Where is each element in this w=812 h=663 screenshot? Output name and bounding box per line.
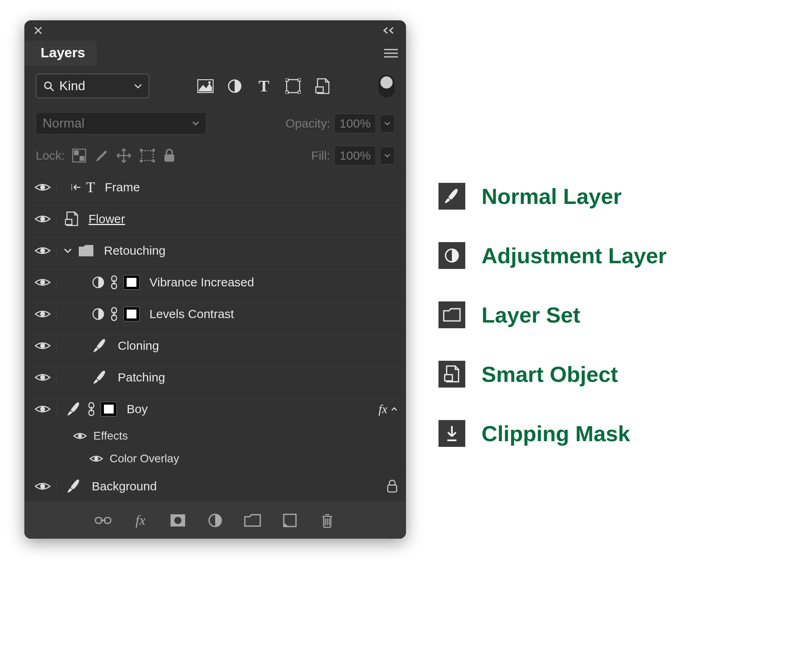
opacity-caret[interactable] <box>380 115 395 132</box>
legend-label: Clipping Mask <box>482 421 630 446</box>
visibility-toggle[interactable] <box>32 182 57 193</box>
layer-style-icon[interactable]: fx <box>132 512 149 529</box>
layer-list: T Frame Flower <box>24 171 406 502</box>
adjustment-icon <box>92 276 105 289</box>
chevron-down-icon <box>192 121 199 126</box>
lock-position-icon[interactable] <box>116 148 132 163</box>
legend-row-adjustment: Adjustment Layer <box>438 242 667 269</box>
opacity-group: Opacity: 100% <box>285 114 395 133</box>
svg-point-29 <box>40 407 45 412</box>
visibility-toggle[interactable] <box>89 454 103 464</box>
visibility-toggle[interactable] <box>32 245 57 256</box>
svg-rect-13 <box>142 151 153 160</box>
fill-group: Fill: 100% <box>311 146 395 165</box>
lock-all-icon[interactable] <box>163 149 175 162</box>
visibility-toggle[interactable] <box>32 372 57 383</box>
fill-field[interactable]: 100% <box>334 146 376 165</box>
filter-kind-text: Kind <box>59 78 85 93</box>
layer-row-flower[interactable]: Flower <box>24 203 406 234</box>
delete-layer-icon[interactable] <box>319 512 336 529</box>
folder-icon <box>78 244 94 257</box>
filter-toggle[interactable] <box>378 75 395 98</box>
filter-type-icon[interactable]: T <box>256 78 272 94</box>
visibility-toggle[interactable] <box>32 308 57 320</box>
lock-pixels-icon[interactable] <box>94 149 108 162</box>
filter-shape-icon[interactable] <box>285 78 301 94</box>
layer-row-boy[interactable]: Boy fx <box>24 393 406 425</box>
brush-icon <box>438 183 465 210</box>
visibility-toggle[interactable] <box>32 403 57 415</box>
brush-icon <box>66 401 82 417</box>
layers-panel: Layers Kind <box>24 20 406 539</box>
legend: Normal Layer Adjustment Layer Layer Set … <box>438 20 667 447</box>
search-icon <box>43 80 54 92</box>
brush-icon <box>66 478 82 494</box>
link-icon <box>110 275 118 290</box>
effects-row[interactable]: Effects <box>24 425 406 447</box>
opacity-field[interactable]: 100% <box>334 114 376 133</box>
layer-row-retouching[interactable]: Retouching <box>24 234 406 266</box>
lock-transparent-icon[interactable] <box>72 149 86 162</box>
lock-label: Lock: <box>36 149 65 162</box>
layer-row-background[interactable]: Background <box>24 470 406 502</box>
filter-type-icons: T <box>158 78 370 94</box>
visibility-toggle[interactable] <box>32 481 57 492</box>
filter-pixel-icon[interactable] <box>197 78 214 94</box>
svg-point-15 <box>40 185 45 190</box>
panel-menu-icon[interactable] <box>384 48 398 58</box>
smart-object-icon <box>65 211 79 227</box>
chevron-down-icon[interactable] <box>63 247 72 254</box>
link-icon <box>110 307 118 321</box>
layer-row-patching[interactable]: Patching <box>24 361 406 393</box>
fx-indicator[interactable]: fx <box>378 402 398 416</box>
type-layer-icon: T <box>86 179 95 196</box>
toggle-knob <box>380 76 393 89</box>
add-mask-icon[interactable] <box>169 512 186 529</box>
effect-color-overlay-row[interactable]: Color Overlay <box>24 447 406 470</box>
smart-object-icon <box>438 361 465 388</box>
layer-name: Levels Contrast <box>149 307 234 321</box>
visibility-toggle[interactable] <box>32 277 57 288</box>
layer-name: Flower <box>89 212 125 226</box>
svg-point-34 <box>40 484 45 489</box>
visibility-toggle[interactable] <box>32 340 57 351</box>
svg-point-32 <box>78 434 82 438</box>
svg-point-16 <box>40 217 45 221</box>
layer-mask-thumb[interactable] <box>123 307 140 321</box>
adjustment-layer-icon[interactable] <box>207 512 224 529</box>
fill-caret[interactable] <box>380 147 395 165</box>
legend-row-layerset: Layer Set <box>438 301 667 328</box>
svg-rect-8 <box>298 91 301 94</box>
svg-point-2 <box>208 81 211 84</box>
filter-kind-dropdown[interactable]: Kind <box>36 74 149 98</box>
brush-icon <box>92 369 108 386</box>
clipping-mask-icon <box>438 420 465 447</box>
collapse-icon[interactable] <box>383 27 397 34</box>
svg-rect-17 <box>65 219 72 225</box>
new-layer-icon[interactable] <box>281 512 298 529</box>
legend-row-normal: Normal Layer <box>438 183 667 210</box>
layer-mask-thumb[interactable] <box>123 275 140 290</box>
clipping-mask-icon <box>71 182 80 193</box>
chevron-down-icon <box>134 83 142 89</box>
filter-adjustment-icon[interactable] <box>227 78 243 94</box>
blend-mode-text: Normal <box>43 116 84 131</box>
new-group-icon[interactable] <box>244 512 261 529</box>
opacity-label: Opacity: <box>285 117 330 130</box>
layer-mask-thumb[interactable] <box>101 402 117 416</box>
panel-title-bar <box>24 20 406 41</box>
visibility-toggle[interactable] <box>32 213 57 225</box>
layer-row-vibrance[interactable]: Vibrance Increased <box>24 266 406 298</box>
tab-layers[interactable]: Layers <box>24 41 97 65</box>
visibility-toggle[interactable] <box>73 431 87 441</box>
lock-fill-row: Lock: Fill: 100% <box>24 140 406 171</box>
layer-row-frame[interactable]: T Frame <box>24 171 406 203</box>
link-layers-icon[interactable] <box>95 512 112 529</box>
filter-smartobject-icon[interactable] <box>314 78 330 94</box>
lock-artboard-icon[interactable] <box>140 149 155 162</box>
close-icon[interactable] <box>33 26 43 35</box>
layer-row-cloning[interactable]: Cloning <box>24 329 406 361</box>
blend-mode-dropdown[interactable]: Normal <box>36 112 206 134</box>
legend-row-smartobject: Smart Object <box>438 361 667 388</box>
layer-row-levels[interactable]: Levels Contrast <box>24 298 406 329</box>
